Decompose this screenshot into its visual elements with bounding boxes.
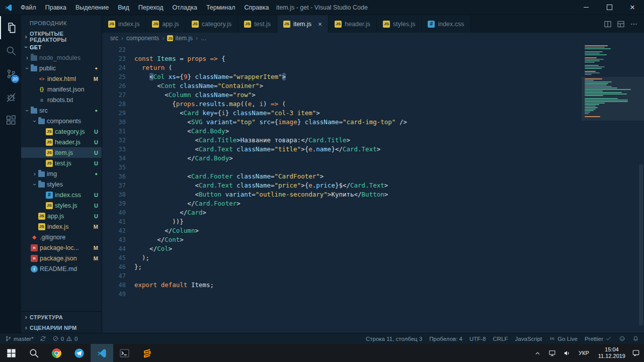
prettier[interactable]: Prettier (585, 335, 612, 342)
code-line[interactable]: 40 </Card> (102, 208, 579, 217)
line-number[interactable]: 22 (102, 45, 126, 54)
code-line[interactable]: 30 <SVG variant="top" src={image} classN… (102, 118, 579, 127)
line-number[interactable]: 30 (102, 118, 126, 127)
taskbar-terminal[interactable] (113, 344, 136, 362)
activitybar-search[interactable] (0, 39, 21, 62)
feedback[interactable] (619, 335, 625, 342)
line-number[interactable]: 24 (102, 63, 126, 72)
tab-test.js[interactable]: JStest.js (238, 15, 277, 33)
tray-network[interactable] (548, 349, 556, 357)
scrollbar-thumb[interactable] (639, 164, 643, 325)
tree-item-node_modules[interactable]: node_modules (21, 52, 102, 63)
code-line[interactable]: 25 <Col xs={9} className="wrapperItem"> (102, 72, 579, 81)
problems-status[interactable]: 00 (52, 335, 78, 342)
taskbar-chrome[interactable] (45, 344, 68, 362)
activitybar-source-control[interactable]: 20 (0, 62, 21, 85)
activitybar-explorer[interactable] (0, 16, 21, 39)
line-number[interactable]: 29 (102, 109, 126, 118)
section-npm-scripts[interactable]: СЦЕНАРИИ NPM (21, 322, 102, 333)
code-line[interactable]: 47 (102, 272, 579, 281)
taskbar-search[interactable] (23, 344, 45, 362)
code-line[interactable]: 42 </Column> (102, 226, 579, 235)
code-line[interactable]: 49 (102, 290, 579, 299)
line-number[interactable]: 37 (102, 181, 126, 190)
line-number[interactable]: 28 (102, 100, 126, 109)
activitybar-debug[interactable] (0, 85, 21, 109)
line-number[interactable]: 27 (102, 90, 126, 100)
menu-Отладка[interactable]: Отладка (168, 3, 202, 13)
code-line[interactable]: 37 <Card.Text className="price">{e.price… (102, 181, 579, 190)
tree-item-package-loc...[interactable]: npackage-loc...M (21, 242, 102, 253)
keyboard-layout[interactable]: УКР (579, 350, 589, 356)
section-outline[interactable]: СТРУКТУРА (21, 312, 102, 322)
code-editor[interactable]: 2223const Items = props => {24 return (2… (102, 45, 579, 333)
encoding[interactable]: UTF-8 (469, 336, 486, 342)
tab-styles.js[interactable]: JSstyles.js (377, 15, 422, 33)
notifications-bell[interactable] (632, 335, 639, 342)
code-line[interactable]: 46}; (102, 262, 579, 272)
more-actions-button[interactable] (630, 20, 638, 28)
tree-item-package.json[interactable]: npackage.jsonM (21, 253, 102, 263)
code-line[interactable]: 41 ))} (102, 217, 579, 226)
tree-item-components[interactable]: components (21, 116, 102, 126)
tree-item-robots.txt[interactable]: ≡robots.txt (21, 95, 102, 105)
breadcrumb-components[interactable]: components (126, 35, 159, 42)
tree-item-category.js[interactable]: JScategory.jsU (21, 126, 102, 137)
line-number[interactable]: 32 (102, 136, 126, 145)
tree-item-manifest.json[interactable]: {}manifest.json (21, 84, 102, 95)
tree-item-README.md[interactable]: iREADME.md (21, 263, 102, 274)
line-number[interactable]: 47 (102, 272, 126, 281)
line-number[interactable]: 23 (102, 54, 126, 63)
code-line[interactable]: 48export default Items; (102, 281, 579, 290)
line-number[interactable]: 35 (102, 163, 126, 172)
code-line[interactable]: 22 (102, 45, 579, 54)
code-line[interactable]: 29 <Card key={i} className="col-3 item"> (102, 109, 579, 118)
go-live[interactable]: Go Live (549, 335, 578, 342)
taskbar-telegram[interactable] (68, 344, 91, 362)
line-number[interactable]: 44 (102, 244, 126, 253)
tab-category.js[interactable]: JScategory.js (186, 15, 238, 33)
menu-Вид[interactable]: Вид (113, 3, 134, 13)
code-line[interactable]: 36 <Card.Footer className="CardFooter"> (102, 172, 579, 181)
maximize-button[interactable] (598, 0, 621, 15)
tray-chevron-up[interactable] (534, 349, 541, 357)
code-line[interactable]: 44 </Col> (102, 244, 579, 253)
code-line[interactable]: 35 (102, 163, 579, 172)
line-number[interactable]: 43 (102, 235, 126, 244)
line-number[interactable]: 46 (102, 262, 126, 272)
menu-Терминал[interactable]: Терминал (202, 3, 240, 13)
tree-item-src[interactable]: src● (21, 105, 102, 116)
sync-button[interactable] (40, 335, 46, 342)
code-line[interactable]: 26 <Cont className="Container"> (102, 81, 579, 90)
tree-item-index.html[interactable]: <>index.htmlM (21, 73, 102, 84)
code-line[interactable]: 33 <Card.Text className="title">{e.name}… (102, 145, 579, 154)
tree-item-test.js[interactable]: JStest.jsU (21, 158, 102, 168)
tree-item-item.js[interactable]: JSitem.jsU (21, 147, 102, 158)
notification-center[interactable] (632, 349, 640, 357)
tree-item-public[interactable]: public● (21, 63, 102, 73)
tab-header.js[interactable]: JSheader.js (329, 15, 377, 33)
cursor-position[interactable]: Строка 11, столбец 3 (366, 336, 422, 342)
scrollbar[interactable] (638, 44, 644, 333)
minimize-button[interactable] (575, 0, 598, 15)
line-number[interactable]: 49 (102, 290, 126, 299)
code-line[interactable]: 45 ); (102, 253, 579, 262)
editor-layout-button[interactable] (617, 20, 625, 28)
tray-volume[interactable] (563, 349, 571, 357)
menu-Справка[interactable]: Справка (239, 3, 273, 13)
tab-item.js[interactable]: JSitem.js× (277, 15, 329, 33)
eol[interactable]: CRLF (493, 336, 508, 342)
line-number[interactable]: 26 (102, 81, 126, 90)
menu-Переход[interactable]: Переход (134, 3, 168, 13)
line-number[interactable]: 33 (102, 145, 126, 154)
breadcrumb-item.js[interactable]: JSitem.js (167, 35, 193, 42)
taskbar-sublime[interactable] (136, 344, 158, 362)
section-workspace-get[interactable]: GET (21, 42, 102, 52)
code-line[interactable]: 32 <Card.Title>Название товара:</Card.Ti… (102, 136, 579, 145)
activitybar-extensions[interactable] (0, 109, 21, 132)
line-number[interactable]: 40 (102, 208, 126, 217)
tab-index.js[interactable]: JSindex.js (102, 15, 146, 33)
code-line[interactable]: 43 </Cont> (102, 235, 579, 244)
breadcrumb-…[interactable]: … (201, 35, 207, 42)
taskbar-vscode[interactable] (91, 344, 113, 362)
